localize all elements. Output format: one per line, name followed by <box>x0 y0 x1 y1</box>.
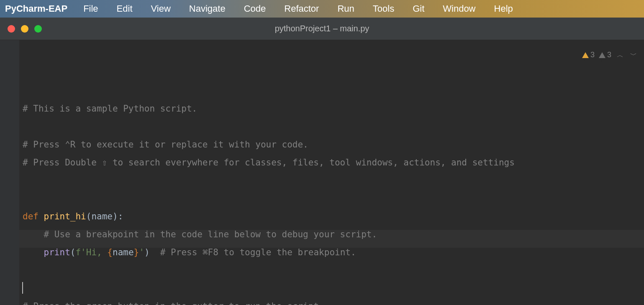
menu-help[interactable]: Help <box>485 3 522 14</box>
weak-warning-count: 3 <box>607 46 611 64</box>
menu-navigate[interactable]: Navigate <box>180 3 235 14</box>
next-highlight-button[interactable]: ﹀ <box>629 46 638 64</box>
menu-view[interactable]: View <box>142 3 180 14</box>
window-titlebar: pythonProject1 – main.py <box>0 18 644 40</box>
menu-edit[interactable]: Edit <box>108 3 142 14</box>
warning-indicator[interactable]: 3 <box>582 46 595 64</box>
previous-highlight-button[interactable]: ︿ <box>616 46 625 64</box>
menu-file[interactable]: File <box>74 3 107 14</box>
menu-code[interactable]: Code <box>235 3 275 14</box>
editor-gutter[interactable] <box>0 40 19 305</box>
menu-refactor[interactable]: Refactor <box>275 3 328 14</box>
text-cursor <box>22 282 23 294</box>
traffic-lights <box>0 25 42 33</box>
maximize-window-button[interactable] <box>34 25 42 33</box>
close-window-button[interactable] <box>8 25 15 33</box>
menu-tools[interactable]: Tools <box>364 3 403 14</box>
window-title: pythonProject1 – main.py <box>275 24 369 33</box>
inspection-widget[interactable]: 3 3 ︿ ﹀ <box>582 46 638 64</box>
macos-menubar: PyCharm-EAP File Edit View Navigate Code… <box>0 0 644 18</box>
warning-count: 3 <box>590 46 595 64</box>
weak-warning-indicator[interactable]: 3 <box>599 46 611 64</box>
menu-window[interactable]: Window <box>434 3 485 14</box>
warning-icon <box>582 52 589 58</box>
code-text[interactable]: # This is a sample Python script. # Pres… <box>23 100 641 305</box>
menu-git[interactable]: Git <box>403 3 434 14</box>
app-menu[interactable]: PyCharm-EAP <box>3 3 74 14</box>
minimize-window-button[interactable] <box>21 25 28 33</box>
menu-run[interactable]: Run <box>328 3 363 14</box>
weak-warning-icon <box>599 52 606 58</box>
editor-area: 3 3 ︿ ﹀ # This is a sample Python script… <box>0 40 644 305</box>
code-editor[interactable]: 3 3 ︿ ﹀ # This is a sample Python script… <box>19 40 644 305</box>
